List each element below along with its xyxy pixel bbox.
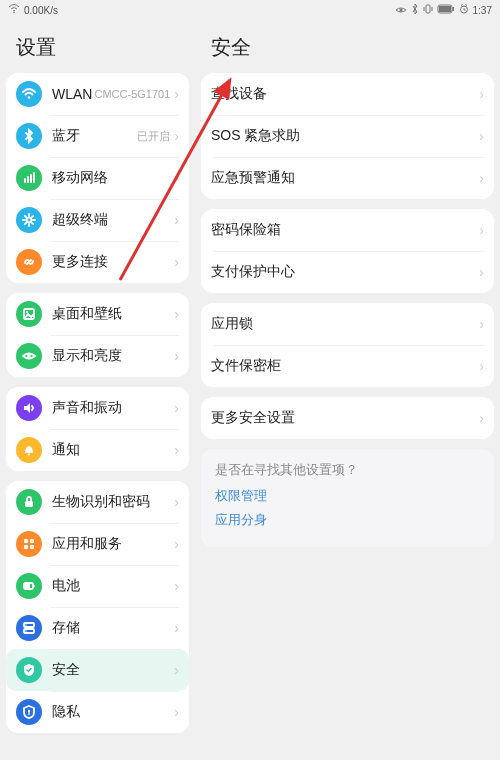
chevron-right-icon: › (174, 170, 179, 186)
sidebar-item-sub: CMCC-5G1701 (95, 88, 171, 100)
chevron-right-icon: › (174, 128, 179, 144)
security-item-file-safe[interactable]: 文件保密柜 › (201, 345, 494, 387)
hint-card: 是否在寻找其他设置项？ 权限管理应用分身 (201, 449, 494, 547)
svg-rect-20 (25, 584, 30, 588)
chevron-right-icon: › (479, 170, 484, 186)
chevron-right-icon: › (174, 578, 179, 594)
sidebar-item-sub: 已开启 (137, 129, 170, 144)
settings-group: 生物识别和密码 › 应用和服务 › 电池 › 存储 › 安全 › 隐私 › (6, 481, 189, 733)
svg-rect-15 (30, 539, 34, 543)
left-title: 设置 (6, 26, 189, 73)
sidebar-item-label: 桌面和壁纸 (52, 305, 174, 323)
sidebar-item-notifications[interactable]: 通知 › (6, 429, 189, 471)
sidebar-item-desktop-wallpaper[interactable]: 桌面和壁纸 › (6, 293, 189, 335)
batt-icon (16, 573, 42, 599)
chevron-right-icon: › (479, 222, 484, 238)
security-item-label: 文件保密柜 (211, 357, 479, 375)
sidebar-item-privacy[interactable]: 隐私 › (6, 691, 189, 733)
apps-icon (16, 531, 42, 557)
stor-icon (16, 615, 42, 641)
sidebar-item-more-connections[interactable]: 更多连接 › (6, 241, 189, 283)
security-item-emergency-alert[interactable]: 应急预警通知 › (201, 157, 494, 199)
sidebar-item-label: WLAN (52, 86, 95, 102)
chevron-right-icon: › (174, 86, 179, 102)
shield-icon (16, 657, 42, 683)
lock-icon (16, 489, 42, 515)
svg-point-0 (13, 12, 15, 14)
eye-icon (16, 343, 42, 369)
sidebar-item-storage[interactable]: 存储 › (6, 607, 189, 649)
chevron-right-icon: › (174, 212, 179, 228)
hint-link[interactable]: 应用分身 (215, 511, 480, 529)
security-item-payment-protection[interactable]: 支付保护中心 › (201, 251, 494, 293)
security-group: 更多安全设置 › (201, 397, 494, 439)
sidebar-item-display-brightness[interactable]: 显示和亮度 › (6, 335, 189, 377)
sidebar-item-label: 声音和振动 (52, 399, 174, 417)
vibrate-status-icon (423, 4, 433, 16)
svg-rect-17 (30, 545, 34, 549)
svg-point-1 (399, 8, 402, 11)
svg-rect-19 (34, 585, 35, 587)
bt-icon (16, 123, 42, 149)
sidebar-item-bluetooth[interactable]: 蓝牙 已开启 › (6, 115, 189, 157)
sidebar-item-label: 应用和服务 (52, 535, 174, 553)
security-item-more-security[interactable]: 更多安全设置 › (201, 397, 494, 439)
hint-link[interactable]: 权限管理 (215, 487, 480, 505)
battery-status-icon (437, 4, 455, 16)
svg-point-7 (28, 96, 31, 99)
sidebar-item-mobile-network[interactable]: 移动网络 › (6, 157, 189, 199)
sidebar-item-label: 超级终端 (52, 211, 174, 229)
chevron-right-icon: › (479, 410, 484, 426)
svg-rect-4 (439, 6, 451, 12)
sidebar-item-sound-vibration[interactable]: 声音和振动 › (6, 387, 189, 429)
hint-title: 是否在寻找其他设置项？ (215, 461, 480, 479)
security-group: 查找设备 › SOS 紧急求助 › 应急预警通知 › (201, 73, 494, 199)
security-item-label: SOS 紧急求助 (211, 127, 479, 145)
sidebar-item-biometric-password[interactable]: 生物识别和密码 › (6, 481, 189, 523)
security-panel: 安全 查找设备 › SOS 紧急求助 › 应急预警通知 › 密码保险箱 › 支付… (195, 20, 500, 760)
svg-point-11 (27, 354, 31, 358)
chevron-right-icon: › (479, 86, 484, 102)
gear-icon (16, 207, 42, 233)
bt-status-icon (411, 3, 419, 17)
chevron-right-icon: › (174, 442, 179, 458)
sidebar-item-label: 移动网络 (52, 169, 174, 187)
security-group: 应用锁 › 文件保密柜 › (201, 303, 494, 387)
security-group: 密码保险箱 › 支付保护中心 › (201, 209, 494, 293)
security-item-label: 支付保护中心 (211, 263, 479, 281)
sidebar-item-label: 电池 (52, 577, 174, 595)
settings-group: 声音和振动 › 通知 › (6, 387, 189, 471)
security-item-password-vault[interactable]: 密码保险箱 › (201, 209, 494, 251)
wifi-status-icon (8, 4, 20, 16)
chevron-right-icon: › (174, 536, 179, 552)
svg-point-23 (25, 624, 26, 625)
sidebar-item-label: 蓝牙 (52, 127, 137, 145)
security-item-sos-emergency[interactable]: SOS 紧急求助 › (201, 115, 494, 157)
priv-icon (16, 699, 42, 725)
chevron-right-icon: › (479, 316, 484, 332)
sidebar-item-security[interactable]: 安全 › (6, 649, 189, 691)
svg-point-10 (26, 311, 28, 313)
security-item-label: 应用锁 (211, 315, 479, 333)
alarm-status-icon (459, 4, 469, 16)
security-item-label: 应急预警通知 (211, 169, 479, 187)
svg-rect-2 (426, 5, 430, 13)
chevron-right-icon: › (174, 254, 179, 270)
sidebar-item-super-terminal[interactable]: 超级终端 › (6, 199, 189, 241)
svg-point-8 (27, 218, 32, 223)
svg-rect-14 (24, 539, 28, 543)
chevron-right-icon: › (174, 662, 179, 678)
security-item-app-lock[interactable]: 应用锁 › (201, 303, 494, 345)
sidebar-item-label: 隐私 (52, 703, 174, 721)
security-item-find-device[interactable]: 查找设备 › (201, 73, 494, 115)
chevron-right-icon: › (174, 494, 179, 510)
sidebar-item-battery[interactable]: 电池 › (6, 565, 189, 607)
right-title: 安全 (201, 26, 494, 73)
chevron-right-icon: › (174, 348, 179, 364)
sound-icon (16, 395, 42, 421)
sidebar-item-wlan[interactable]: WLAN CMCC-5G1701 › (6, 73, 189, 115)
sidebar-item-label: 生物识别和密码 (52, 493, 174, 511)
svg-point-25 (28, 710, 30, 712)
sidebar-item-apps-services[interactable]: 应用和服务 › (6, 523, 189, 565)
sidebar-item-label: 安全 (52, 661, 174, 679)
